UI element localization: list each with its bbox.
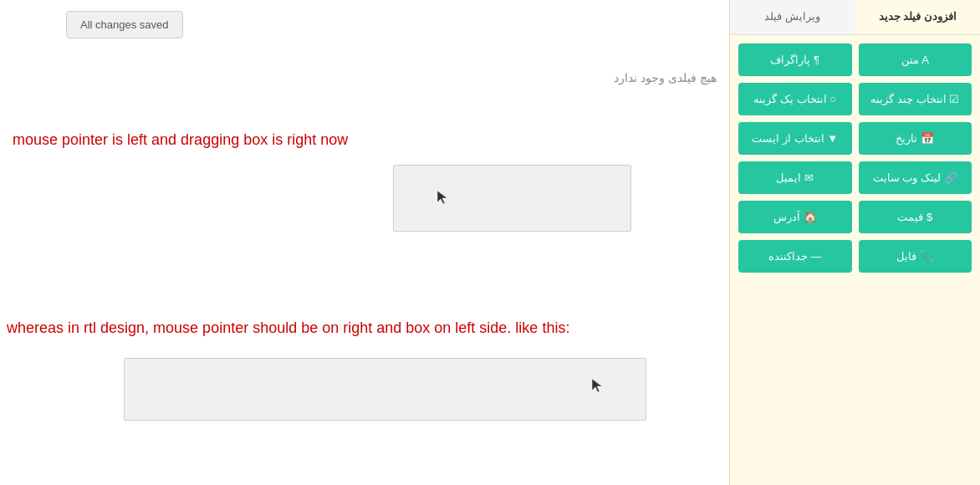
field-btn-email[interactable]: ✉ ایمیل	[738, 161, 852, 194]
tab-bar: افزودن فیلد جدید ویرایش فیلد	[730, 0, 980, 35]
changes-saved-badge: All changes saved	[66, 11, 183, 38]
field-btn-website[interactable]: 🔗 لینک وب سایت	[859, 161, 972, 194]
cursor-icon-1	[436, 189, 449, 206]
tab-add-new[interactable]: افزودن فیلد جدید	[855, 0, 981, 34]
tab-edit-field[interactable]: ویرایش فیلد	[730, 0, 855, 34]
field-btn-multi-select[interactable]: ☑ انتخاب چند گزینه	[859, 83, 972, 115]
field-btn-text[interactable]: A متن	[859, 43, 972, 76]
description-text-1: mouse pointer is left and dragging box i…	[13, 130, 348, 151]
cursor-icon-2	[590, 377, 604, 394]
fields-grid: A متن ¶ پاراگراف ☑ انتخاب چند گزینه ○ ان…	[730, 35, 980, 281]
drag-box-2[interactable]	[124, 358, 646, 421]
main-area: All changes saved mouse pointer is left …	[0, 0, 980, 485]
right-panel: افزودن فیلد جدید ویرایش فیلد A متن ¶ پار…	[729, 0, 980, 485]
field-btn-date[interactable]: 📅 تاریخ	[859, 122, 972, 155]
no-fields-text: هیچ فیلدی وجود ندارد	[614, 71, 717, 84]
drag-box-1[interactable]	[393, 165, 631, 232]
field-btn-single-select[interactable]: ○ انتخاب یک گزینه	[738, 83, 852, 115]
field-btn-select-list[interactable]: ▼ انتخاب از ایست	[738, 122, 852, 155]
description-text-2: whereas in rtl design, mouse pointer sho…	[7, 318, 569, 339]
changes-saved-text: All changes saved	[80, 18, 169, 31]
field-btn-file[interactable]: 📎 فایل	[859, 240, 972, 273]
field-btn-separator[interactable]: — جداکننده	[738, 240, 852, 273]
field-btn-price[interactable]: $ قیمت	[859, 201, 972, 233]
field-btn-paragraph[interactable]: ¶ پاراگراف	[738, 43, 852, 76]
field-btn-address[interactable]: 🏠 آدرس	[738, 201, 852, 233]
